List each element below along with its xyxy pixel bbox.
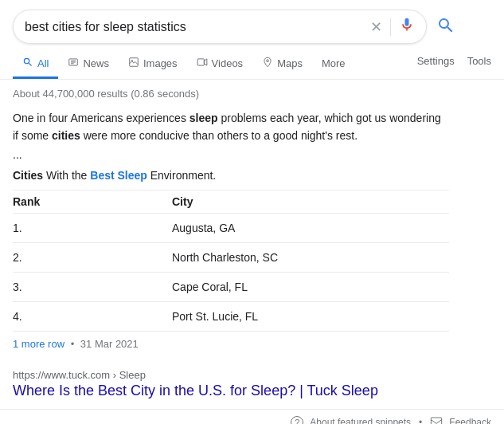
- search-icons: ✕: [370, 17, 415, 37]
- all-icon: [22, 57, 33, 70]
- tab-all-label: All: [37, 57, 49, 69]
- table-cell-city: Augusta, GA: [172, 213, 449, 242]
- tab-all[interactable]: All: [13, 50, 58, 79]
- news-icon: [68, 57, 79, 70]
- table-cell-city: Port St. Lucie, FL: [172, 301, 449, 331]
- table-cell-rank: 4.: [13, 301, 172, 331]
- snippet-bold1: sleep: [189, 112, 218, 124]
- nav-tabs: All News Images Videos Maps More Setting…: [0, 44, 504, 80]
- snippet-heading-blue: Best Sleep: [90, 169, 147, 182]
- table-row: 1.Augusta, GA: [13, 213, 449, 242]
- tab-videos[interactable]: Videos: [187, 50, 253, 79]
- result-stats: About 44,700,000 results (0.86 seconds): [0, 80, 504, 103]
- settings-link[interactable]: Settings: [417, 55, 455, 67]
- search-bar[interactable]: best cities for sleep statistics ✕: [13, 10, 427, 44]
- svg-rect-6: [197, 59, 204, 65]
- table-row: 4.Port St. Lucie, FL: [13, 301, 449, 331]
- table-cell-rank: 2.: [13, 242, 172, 272]
- about-snippets-icon[interactable]: ?: [291, 416, 303, 424]
- nav-right-actions: Settings Tools: [417, 55, 491, 75]
- table-cell-city: Cape Coral, FL: [172, 272, 449, 301]
- table-header-city: City: [172, 190, 449, 213]
- table-row: 2.North Charleston, SC: [13, 242, 449, 272]
- snippet-text1: One in four Americans experiences: [13, 112, 189, 124]
- tab-news-label: News: [83, 57, 109, 69]
- more-rows-dot: •: [68, 338, 77, 350]
- tab-maps-label: Maps: [277, 57, 303, 69]
- result-url: https://www.tuck.com › Sleep: [13, 369, 491, 381]
- tools-link[interactable]: Tools: [467, 55, 491, 67]
- tab-videos-label: Videos: [212, 57, 244, 69]
- table-cell-rank: 1.: [13, 213, 172, 242]
- icon-divider: [390, 18, 391, 36]
- sleep-table: Rank City 1.Augusta, GA2.North Charlesto…: [13, 190, 449, 332]
- page-footer: ? About featured snippets • Feedback: [0, 409, 504, 424]
- snippet-ellipsis: ...: [13, 145, 449, 164]
- snippet-heading-text: With the: [43, 169, 90, 182]
- tab-more-label: More: [322, 57, 346, 69]
- result-stats-text: About 44,700,000 results (0.86 seconds): [13, 88, 199, 100]
- feedback-text[interactable]: Feedback: [449, 417, 491, 424]
- microphone-icon[interactable]: [399, 17, 415, 37]
- maps-icon: [262, 57, 273, 70]
- table-cell-city: North Charleston, SC: [172, 242, 449, 272]
- videos-icon: [197, 57, 208, 70]
- tab-images-label: Images: [143, 57, 178, 69]
- table-row: 3.Cape Coral, FL: [13, 272, 449, 301]
- table-cell-rank: 3.: [13, 272, 172, 301]
- tab-maps[interactable]: Maps: [252, 50, 312, 79]
- result-title-link[interactable]: Where Is the Best City in the U.S. for S…: [13, 383, 378, 398]
- snippet-heading-end: Environment.: [147, 169, 216, 182]
- more-rows-label: 1 more row: [13, 338, 64, 350]
- images-icon: [128, 57, 139, 70]
- snippet-bold2: cities: [52, 129, 80, 142]
- more-rows-date: 31 Mar 2021: [80, 338, 139, 350]
- about-snippets-text[interactable]: About featured snippets: [310, 417, 411, 424]
- tab-more[interactable]: More: [312, 51, 355, 78]
- tab-news[interactable]: News: [58, 50, 119, 79]
- snippet-heading: Cities With the Best Sleep Environment.: [13, 169, 449, 182]
- search-button[interactable]: [436, 16, 455, 37]
- snippet-heading-bold1: Cities: [13, 169, 43, 182]
- snippet-description: One in four Americans experiences sleep …: [13, 109, 449, 145]
- snippet-text3: were more conducive than others to a goo…: [80, 129, 357, 142]
- featured-snippet: One in four Americans experiences sleep …: [0, 103, 462, 363]
- result-link-container: https://www.tuck.com › Sleep Where Is th…: [0, 363, 504, 406]
- footer-dot: •: [419, 417, 422, 424]
- more-rows[interactable]: 1 more row • 31 Mar 2021: [13, 332, 449, 353]
- table-header-rank: Rank: [13, 190, 172, 213]
- tab-images[interactable]: Images: [119, 50, 187, 79]
- search-input[interactable]: best cities for sleep statistics: [25, 20, 370, 34]
- feedback-icon: [430, 416, 443, 424]
- search-bar-area: best cities for sleep statistics ✕: [0, 0, 504, 44]
- clear-icon[interactable]: ✕: [370, 18, 382, 36]
